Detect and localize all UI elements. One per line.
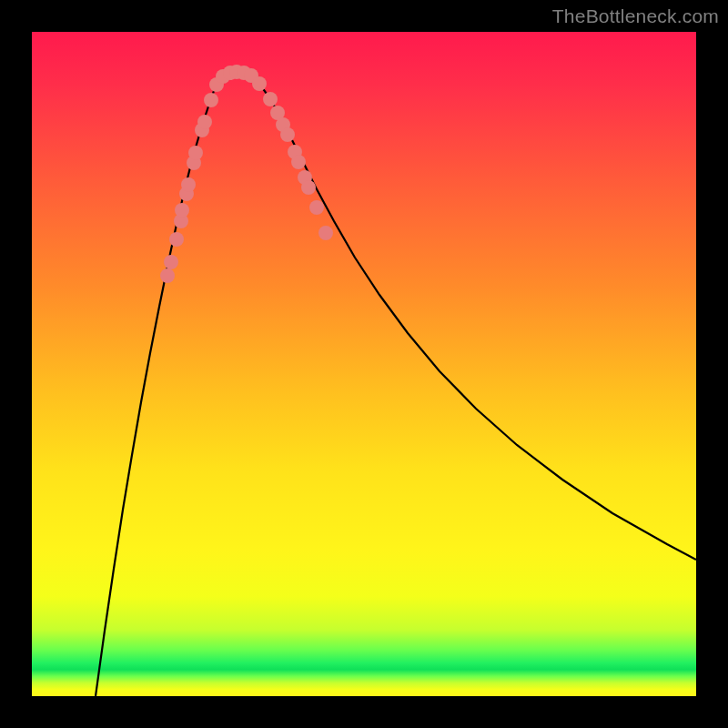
scatter-dot [197,115,212,129]
scatter-dot [291,155,306,169]
watermark-text: TheBottleneck.com [552,5,719,27]
bottleneck-curve [96,75,696,696]
scatter-dot [164,255,178,269]
scatter-dot [188,146,203,160]
scatter-dot [160,268,175,283]
scatter-dot [252,76,267,91]
scatter-dot [204,93,218,107]
scatter-dot [181,177,196,192]
plot-area [32,32,696,696]
scatter-markers [160,65,333,283]
chart-svg [32,32,696,696]
scatter-dot [169,232,184,247]
scatter-dot [175,203,189,217]
scatter-dot [280,127,295,142]
chart-stage: TheBottleneck.com [0,0,728,728]
scatter-dot [301,180,316,195]
scatter-dot [309,200,324,215]
scatter-dot [318,226,333,240]
scatter-dot [263,92,278,106]
